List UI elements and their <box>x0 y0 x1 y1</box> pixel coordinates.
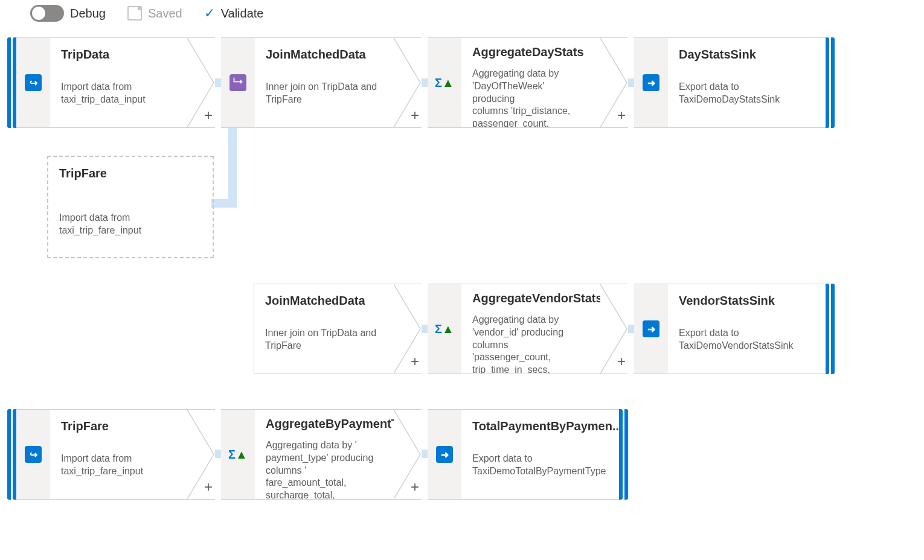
selection-bar-icon <box>619 409 623 500</box>
add-branch-button[interactable]: + <box>617 353 626 370</box>
node-icon-cell: ➜ <box>634 284 668 374</box>
node-body[interactable]: AggregateByPaymentTy... Aggregating data… <box>255 409 394 500</box>
selection-bar-icon <box>831 284 835 374</box>
selection-bar-icon <box>624 409 628 500</box>
node-desc: Aggregating data by 'DayOfTheWeek' produ… <box>472 68 589 128</box>
sink-icon: ➜ <box>643 74 659 91</box>
node-icon-cell: ➜ <box>428 409 461 500</box>
node-title: JoinMatchedData <box>265 294 383 308</box>
node-desc: Import data from taxi_trip_data_input <box>61 81 176 106</box>
node-body[interactable]: AggregateVendorStats Aggregating data by… <box>461 284 600 374</box>
node-icon-cell: ↪ <box>16 37 50 128</box>
node-output[interactable]: + <box>394 284 422 374</box>
node-desc: Export data to TaxiDemoTotalByPaymentTyp… <box>472 453 608 478</box>
node-icon-cell: Σ▲ <box>221 409 255 500</box>
validate-label: Validate <box>221 7 264 21</box>
node-desc: Import data from taxi_trip_fare_input <box>59 212 202 237</box>
node-aggregate-vendor[interactable]: Σ▲ AggregateVendorStats Aggregating data… <box>428 284 628 374</box>
node-title: VendorStatsSink <box>679 294 815 308</box>
node-desc: Export data to TaxiDemoVendorStatsSink <box>679 327 815 352</box>
node-title: TripFare <box>59 167 202 180</box>
add-branch-button[interactable]: + <box>204 479 213 495</box>
node-output[interactable]: + <box>394 37 422 128</box>
node-payment-sink[interactable]: ➜ TotalPaymentByPaymen... Export data to… <box>428 409 628 500</box>
node-output[interactable]: + <box>600 37 628 128</box>
node-tripdata-source[interactable]: ↪ TripData Import data from taxi_trip_da… <box>7 37 215 128</box>
join-icon: ⮡ <box>229 74 246 91</box>
debug-label: Debug <box>70 7 106 21</box>
node-body[interactable]: JoinMatchedData Inner join on TripData a… <box>255 37 394 128</box>
saved-label: Saved <box>148 7 182 21</box>
node-title: TripData <box>61 48 176 62</box>
node-output[interactable]: + <box>394 409 422 500</box>
node-title: JoinMatchedData <box>266 48 383 62</box>
add-branch-button[interactable]: + <box>411 479 419 495</box>
toggle-switch-icon[interactable] <box>30 5 64 22</box>
node-icon-cell: ↪ <box>16 409 50 500</box>
node-body[interactable]: DayStatsSink Export data to TaxiDemoDayS… <box>668 37 826 128</box>
node-output[interactable]: + <box>187 409 215 500</box>
node-join-1[interactable]: ⮡ JoinMatchedData Inner join on TripData… <box>221 37 422 128</box>
node-title: AggregateDayStats <box>472 45 589 59</box>
node-body[interactable]: AggregateDayStats Aggregating data by 'D… <box>461 37 600 128</box>
node-title: AggregateByPaymentTy... <box>266 417 383 431</box>
node-body[interactable]: TripFare Import data from taxi_trip_fare… <box>50 409 187 500</box>
node-aggregate-day[interactable]: Σ▲ AggregateDayStats Aggregating data by… <box>428 37 628 128</box>
node-vendor-sink[interactable]: ➜ VendorStatsSink Export data to TaxiDem… <box>634 284 835 374</box>
node-title: AggregateVendorStats <box>472 291 589 305</box>
node-day-sink[interactable]: ➜ DayStatsSink Export data to TaxiDemoDa… <box>634 37 835 128</box>
aggregate-icon: Σ▲ <box>229 446 246 463</box>
node-icon-cell: Σ▲ <box>428 284 461 374</box>
node-desc: Export data to TaxiDemoDayStatsSink <box>679 81 815 106</box>
add-branch-button[interactable]: + <box>411 107 419 124</box>
selection-bar-icon <box>826 284 829 374</box>
selection-bar-icon <box>7 37 11 128</box>
node-title: DayStatsSink <box>679 48 815 62</box>
saved-status: Saved <box>127 6 182 21</box>
node-body[interactable]: TripData Import data from taxi_trip_data… <box>50 37 187 128</box>
source-icon: ↪ <box>25 74 42 91</box>
validate-button[interactable]: ✓ Validate <box>204 5 264 21</box>
check-icon: ✓ <box>204 5 215 21</box>
save-icon <box>127 6 142 21</box>
add-branch-button[interactable]: + <box>617 107 626 124</box>
connector <box>220 199 236 208</box>
node-aggregate-payment[interactable]: Σ▲ AggregateByPaymentTy... Aggregating d… <box>221 409 422 500</box>
sink-icon: ➜ <box>436 446 453 463</box>
node-icon-cell: ➜ <box>634 37 668 128</box>
node-desc: Import data from taxi_trip_fare_input <box>61 453 176 478</box>
node-output[interactable]: + <box>187 37 215 128</box>
aggregate-icon: Σ▲ <box>436 74 453 91</box>
add-branch-button[interactable]: + <box>204 107 213 124</box>
node-title: TotalPaymentByPaymen... <box>472 419 608 433</box>
node-output[interactable]: + <box>600 284 628 374</box>
node-desc: Inner join on TripData and TripFare <box>266 81 383 106</box>
node-title: TripFare <box>61 419 176 433</box>
selection-bar-icon <box>7 409 11 500</box>
selection-bar-icon <box>831 37 835 128</box>
toolbar: Debug Saved ✓ Validate <box>0 0 924 27</box>
selection-bar-icon <box>826 37 829 128</box>
add-branch-button[interactable]: + <box>411 353 419 370</box>
aggregate-icon: Σ▲ <box>436 320 453 337</box>
node-body[interactable]: VendorStatsSink Export data to TaxiDemoV… <box>668 284 826 374</box>
sink-icon: ➜ <box>643 320 659 337</box>
debug-toggle[interactable]: Debug <box>30 5 106 22</box>
node-join-2[interactable]: JoinMatchedData Inner join on TripData a… <box>254 284 422 374</box>
source-icon: ↪ <box>25 446 42 463</box>
node-body[interactable]: TotalPaymentByPaymen... Export data to T… <box>461 409 619 500</box>
node-desc: Aggregating data by 'vendor_id' producin… <box>472 314 589 374</box>
node-desc: Aggregating data by ' payment_type' prod… <box>266 439 383 500</box>
node-body[interactable]: JoinMatchedData Inner join on TripData a… <box>254 284 394 374</box>
node-icon-cell: Σ▲ <box>428 37 461 128</box>
node-tripfare-reference[interactable]: TripFare Import data from taxi_trip_fare… <box>47 156 214 258</box>
node-icon-cell: ⮡ <box>221 37 255 128</box>
node-tripfare-source[interactable]: ↪ TripFare Import data from taxi_trip_fa… <box>7 409 215 500</box>
node-desc: Inner join on TripData and TripFare <box>265 327 383 352</box>
